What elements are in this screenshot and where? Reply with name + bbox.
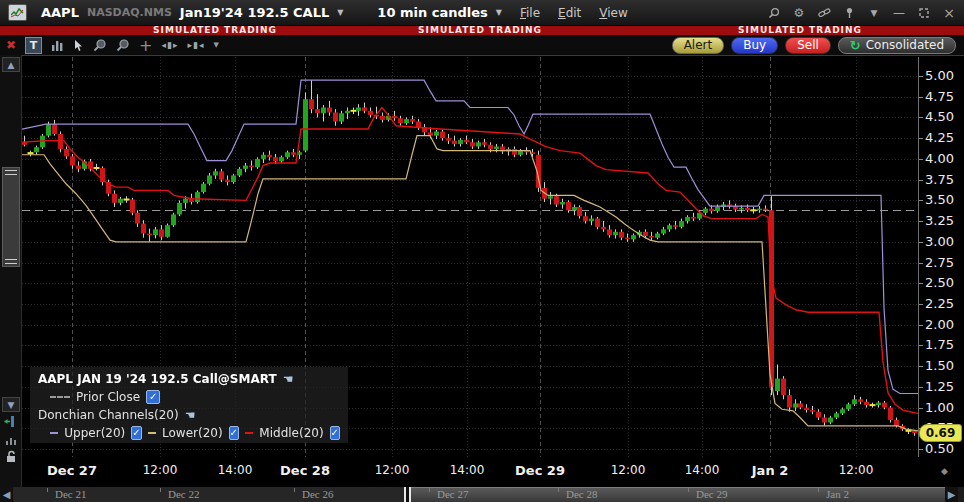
price-axis-label: 4.25 xyxy=(925,130,954,145)
scrollbar-date-label: Dec 26 xyxy=(302,488,333,500)
close-button[interactable]: × xyxy=(942,6,956,20)
unlock-icon[interactable] xyxy=(3,449,18,463)
chevron-down-icon[interactable]: ▼ xyxy=(867,6,881,20)
lower-band-swatch xyxy=(148,432,156,434)
alert-button[interactable]: Alert xyxy=(672,37,725,54)
price-axis-tick xyxy=(919,138,923,139)
bar-width-caret-icon[interactable]: ▼ xyxy=(213,37,218,53)
scroll-up-button[interactable]: ▲ xyxy=(2,57,20,72)
upper-band-swatch xyxy=(50,432,58,434)
price-axis-tick xyxy=(919,117,923,118)
snap-to-price-icon[interactable] xyxy=(3,414,18,428)
scroll-right-button[interactable]: ▶ xyxy=(945,487,958,502)
price-axis-tick xyxy=(919,408,923,409)
minimize-button[interactable]: — xyxy=(892,6,906,20)
compress-bars-icon[interactable]: ▸▮◂ xyxy=(187,37,204,53)
drag-hand-icon[interactable]: ☚ xyxy=(283,372,294,386)
buy-button[interactable]: Buy xyxy=(731,37,778,54)
menu-edit[interactable]: Edit xyxy=(558,6,581,20)
time-axis-label: Dec 27 xyxy=(47,463,97,478)
prior-close-swatch xyxy=(50,396,70,398)
price-axis-tick xyxy=(919,325,923,326)
price-axis-tick xyxy=(919,242,923,243)
scrollbar-tick xyxy=(47,488,48,492)
upper-band-checkbox[interactable]: ✓ xyxy=(131,426,141,440)
price-axis-label: 2.25 xyxy=(925,296,954,311)
price-axis-tick xyxy=(919,180,923,181)
scrollbar-tick xyxy=(558,488,559,492)
vertical-scrollbar[interactable]: ▲ ▼ xyxy=(0,55,22,487)
drag-hand-icon[interactable]: ☚ xyxy=(185,408,196,422)
price-axis-label: 0.50 xyxy=(925,441,954,456)
time-axis-label: Dec 28 xyxy=(280,463,330,478)
price-axis-tick xyxy=(919,200,923,201)
price-axis-tick xyxy=(919,263,923,264)
price-axis-label: 3.75 xyxy=(925,172,954,187)
simulated-trading-banner: SIMULATED TRADING SIMULATED TRADING SIMU… xyxy=(0,26,964,35)
upper-band-label: Upper(20) xyxy=(64,426,125,440)
scrollbar-date-label: Dec 22 xyxy=(168,488,199,500)
scroll-left-button[interactable]: ◀ xyxy=(0,487,13,502)
vertical-scroll-thumb[interactable] xyxy=(2,167,20,267)
scrollbar-tick xyxy=(429,488,430,492)
contract-selector[interactable]: Jan19'24 192.5 CALL xyxy=(180,5,329,20)
lower-band-label: Lower(20) xyxy=(162,426,223,440)
crosshair-tool-icon[interactable]: + xyxy=(139,37,152,53)
time-axis-label: Jan 2 xyxy=(752,463,788,478)
text-annotation-tool-icon[interactable]: T xyxy=(25,37,42,54)
axis-end-marker-icon[interactable]: ◆ xyxy=(941,466,948,476)
prior-close-checkbox[interactable]: ✓ xyxy=(146,390,160,404)
time-axis-label: 14:00 xyxy=(218,463,253,477)
interval-caret-icon[interactable]: ▼ xyxy=(496,8,502,17)
middle-band-label: Middle(20) xyxy=(259,426,323,440)
banner-text: SIMULATED TRADING xyxy=(738,25,862,35)
scroll-down-button[interactable]: ▼ xyxy=(2,397,20,412)
interval-selector[interactable]: 10 min candles xyxy=(377,5,487,20)
prior-close-label: Prior Close xyxy=(76,390,140,404)
scrollbar-tick xyxy=(818,488,819,492)
consolidated-toggle[interactable]: ↻ Consolidated xyxy=(838,37,956,54)
price-axis-tick xyxy=(919,97,923,98)
contract-caret-icon[interactable]: ▼ xyxy=(337,8,343,17)
middle-band-checkbox[interactable]: ✓ xyxy=(330,426,340,440)
sell-button[interactable]: Sell xyxy=(785,37,831,54)
search-icon[interactable] xyxy=(767,6,781,20)
menu-view[interactable]: View xyxy=(599,6,627,20)
gear-icon[interactable]: ⚙ xyxy=(792,6,806,20)
scrollbar-date-label: Jan 2 xyxy=(826,488,849,500)
pin-icon[interactable] xyxy=(842,6,856,20)
price-axis-label: 4.50 xyxy=(925,109,954,124)
price-axis-tick xyxy=(919,345,923,346)
price-axis-label: 1.75 xyxy=(925,337,954,352)
zoom-out-icon[interactable] xyxy=(116,37,130,53)
banner-text: SIMULATED TRADING xyxy=(418,25,542,35)
time-axis-label: Dec 29 xyxy=(515,463,565,478)
price-axis-label: 3.25 xyxy=(925,213,954,228)
scrollbar-track-active[interactable] xyxy=(411,487,945,502)
price-axis-tick xyxy=(919,366,923,367)
price-axis-tick xyxy=(919,283,923,284)
chart-type-icon[interactable] xyxy=(51,37,64,53)
scrollbar-date-label: Dec 27 xyxy=(437,488,468,500)
zoom-in-icon[interactable] xyxy=(93,37,107,53)
remove-tool-icon[interactable]: ✖ xyxy=(6,37,16,53)
window-controls: ⚙ ▼ — × xyxy=(767,6,956,20)
price-axis-tick xyxy=(919,387,923,388)
app-chart-icon xyxy=(8,4,27,21)
menu-file[interactable]: File xyxy=(520,6,540,20)
scrollbar-handle[interactable] xyxy=(404,487,411,502)
link-icon[interactable] xyxy=(817,6,831,20)
expand-bars-icon[interactable]: ◂▮▸ xyxy=(161,37,178,53)
middle-band-swatch xyxy=(245,432,253,434)
price-axis-label: 3.00 xyxy=(925,234,954,249)
time-scrollbar[interactable]: ◀ ▶ Dec 21Dec 22Dec 26Dec 27Dec 28Dec 29… xyxy=(0,487,964,502)
cursor-tool-icon[interactable] xyxy=(73,37,84,53)
lower-band-checkbox[interactable]: ✓ xyxy=(229,426,239,440)
legend-contract-title: AAPL JAN 19 '24 192.5 Call@SMART xyxy=(38,372,277,386)
price-axis-tick xyxy=(919,304,923,305)
price-axis-label: 2.75 xyxy=(925,255,954,270)
price-axis-tick xyxy=(919,159,923,160)
time-axis-label: 12:00 xyxy=(143,463,178,477)
maximize-button[interactable] xyxy=(917,6,931,20)
volume-panel-icon[interactable] xyxy=(3,433,18,447)
